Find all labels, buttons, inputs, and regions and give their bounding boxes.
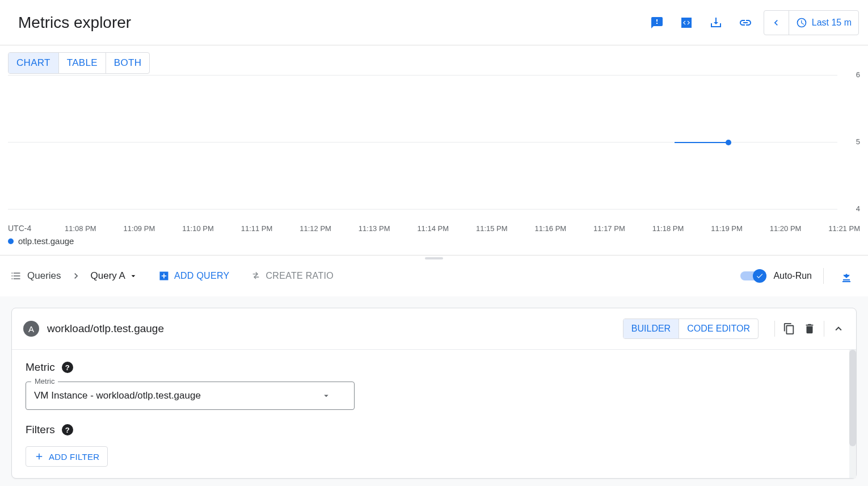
download-icon[interactable] — [705, 11, 727, 34]
legend-color-swatch — [8, 238, 14, 244]
collapse-icon[interactable] — [832, 322, 845, 335]
create-ratio-button[interactable]: CREATE RATIO — [250, 270, 334, 282]
code-editor-tab[interactable]: CODE EDITOR — [679, 319, 758, 338]
time-back-button[interactable] — [764, 11, 789, 35]
xtick: 11:13 PM — [359, 224, 390, 233]
xtick: 11:12 PM — [300, 224, 331, 233]
chart-data-point — [726, 140, 731, 145]
page-title: Metrics explorer — [18, 14, 131, 32]
delete-icon[interactable] — [803, 322, 816, 335]
xtick: 11:17 PM — [593, 224, 625, 233]
xtick: 11:21 PM — [828, 224, 860, 233]
query-selector[interactable]: Query A — [91, 270, 138, 282]
chart[interactable]: 6 5 4 — [8, 74, 860, 221]
metric-field-label: Metric — [31, 377, 58, 386]
xtick: 11:20 PM — [770, 224, 802, 233]
ytick: 5 — [856, 137, 860, 146]
legend-label: otlp.test.gauge — [18, 236, 74, 246]
feedback-icon[interactable] — [646, 11, 668, 34]
duplicate-icon[interactable] — [783, 322, 795, 335]
tab-both[interactable]: BOTH — [106, 53, 149, 73]
xtick: 11:15 PM — [476, 224, 508, 233]
timezone-label: UTC-4 — [8, 224, 65, 233]
add-filter-button[interactable]: ADD FILTER — [26, 446, 108, 467]
xtick: 11:09 PM — [124, 224, 155, 233]
ytick: 6 — [856, 70, 860, 79]
help-icon[interactable]: ? — [62, 424, 73, 435]
tab-chart[interactable]: CHART — [9, 53, 58, 73]
ytick: 4 — [856, 204, 860, 213]
xtick: 11:11 PM — [241, 224, 273, 233]
scrollbar[interactable] — [849, 350, 856, 478]
xtick: 11:19 PM — [711, 224, 743, 233]
autorun-label: Auto-Run — [773, 271, 812, 281]
xtick: 11:08 PM — [65, 224, 96, 233]
queries-breadcrumb[interactable]: Queries — [10, 270, 61, 282]
tab-table[interactable]: TABLE — [58, 53, 106, 73]
panel-drag-handle[interactable] — [425, 257, 443, 259]
xtick: 11:10 PM — [182, 224, 214, 233]
metric-dropdown[interactable]: VM Instance - workload/otlp.test.gauge — [26, 382, 355, 410]
view-tabs: CHART TABLE BOTH — [8, 52, 150, 74]
chart-series-line — [675, 142, 728, 143]
query-title: workload/otlp.test.gauge — [47, 322, 615, 335]
link-icon[interactable] — [734, 11, 757, 34]
metric-section-label: Metric — [26, 361, 55, 374]
add-query-button[interactable]: ADD QUERY — [158, 270, 230, 282]
time-range-label: Last 15 m — [812, 18, 852, 28]
code-icon[interactable] — [675, 11, 698, 34]
autorun-toggle[interactable] — [740, 269, 766, 283]
chevron-right-icon — [70, 270, 82, 282]
filters-section-label: Filters — [26, 424, 55, 436]
builder-tab[interactable]: BUILDER — [623, 319, 679, 338]
xtick: 11:14 PM — [417, 224, 449, 233]
query-badge: A — [23, 321, 39, 337]
xtick: 11:18 PM — [652, 224, 684, 233]
help-icon[interactable]: ? — [62, 362, 73, 373]
collapse-all-icon[interactable] — [835, 265, 858, 287]
svg-rect-0 — [843, 279, 850, 280]
time-range-selector[interactable]: Last 15 m — [789, 11, 858, 35]
xtick: 11:16 PM — [535, 224, 567, 233]
